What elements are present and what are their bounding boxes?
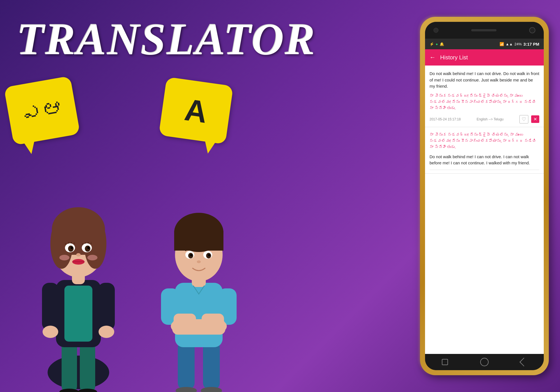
notification-icon: 🔔: [440, 42, 444, 46]
divider: [430, 170, 539, 170]
phone-device: ⚡ ● 🔔 📶 ▲▲ 24% 3:17 PM ← History List: [420, 17, 549, 375]
female-character: [34, 162, 123, 392]
svg-rect-51: [174, 231, 223, 251]
phone-hardware-bar: [425, 22, 544, 39]
signal-icon: ▲▲: [506, 42, 513, 46]
translated-text-2: నా వెనుక నడవద్దు! నేను డ్రైవ్ చేయలేను, న…: [430, 132, 539, 150]
svg-point-21: [71, 247, 73, 249]
history-meta-1: 2017-05-24 15:17:18 English --> Telugu ♡…: [430, 115, 539, 123]
svg-point-47: [210, 320, 227, 332]
male-character: [157, 182, 241, 392]
svg-rect-16: [52, 232, 105, 255]
svg-rect-6: [64, 286, 92, 342]
status-bar: ⚡ ● 🔔 📶 ▲▲ 24% 3:17 PM: [425, 39, 544, 49]
svg-point-10: [99, 326, 114, 338]
home-icon: [480, 358, 489, 366]
svg-rect-7: [42, 283, 59, 330]
svg-point-34: [59, 255, 69, 260]
svg-rect-2: [80, 342, 95, 392]
svg-rect-1: [62, 342, 77, 392]
svg-point-58: [197, 260, 201, 263]
svg-point-19: [68, 246, 74, 252]
delete-button-1[interactable]: ✕: [531, 115, 539, 123]
english-symbol: A: [183, 92, 209, 130]
camera-area: [433, 28, 438, 33]
left-speech-bubble: ఎఆ: [4, 76, 80, 145]
history-actions-1: ♡ ✕: [519, 115, 539, 123]
favorite-button-1[interactable]: ♡: [519, 115, 528, 123]
nav-back[interactable]: [518, 358, 530, 367]
history-date-1: 2017-05-24 15:17:18: [430, 117, 461, 121]
front-camera: [433, 28, 438, 33]
screen-title: History List: [440, 54, 468, 61]
right-speech-bubble: A: [159, 77, 234, 144]
svg-point-46: [171, 320, 188, 332]
speaker: [471, 29, 496, 31]
screen-content: Do not walk behind me! I can not drive. …: [425, 66, 544, 354]
svg-point-57: [208, 254, 210, 256]
characters-area: [28, 140, 246, 392]
whatsapp-icon: ●: [436, 42, 438, 46]
history-card-1: Do not walk behind me! I can not drive. …: [425, 66, 544, 127]
app-title: TRANSLATOR: [17, 17, 316, 62]
back-icon: [520, 358, 528, 366]
status-icons-left: ⚡ ● 🔔: [430, 42, 444, 46]
phone-screen-container: ⚡ ● 🔔 📶 ▲▲ 24% 3:17 PM ← History List: [425, 22, 544, 370]
status-icons-right: 📶 ▲▲ 24% 3:17 PM: [500, 42, 539, 46]
svg-point-35: [87, 255, 97, 260]
nav-recent-apps[interactable]: [438, 358, 451, 367]
svg-point-31: [76, 253, 81, 256]
phone-nav-bar: [425, 354, 544, 370]
battery-level: 24%: [514, 42, 522, 46]
svg-point-9: [43, 326, 58, 338]
wifi-icon: 📶: [500, 42, 504, 46]
app-header: ← History List: [425, 49, 544, 66]
svg-point-56: [190, 254, 192, 256]
back-button[interactable]: ←: [430, 54, 436, 61]
selfie-camera: [529, 27, 535, 33]
status-time: 3:17 PM: [523, 42, 539, 46]
svg-rect-37: [203, 342, 220, 389]
svg-point-22: [87, 247, 90, 249]
history-lang-1: English --> Telugu: [477, 117, 503, 121]
svg-point-38: [176, 387, 197, 392]
translated-text-1: నా వెనుక నడవద్దు! నేను డ్రైవ్ చేయలేను, న…: [430, 93, 539, 112]
original-text-1: Do not walk behind me! I can not drive. …: [430, 71, 539, 90]
phone-outer-shell: ⚡ ● 🔔 📶 ▲▲ 24% 3:17 PM ← History List: [420, 17, 549, 375]
svg-point-20: [85, 246, 90, 252]
svg-rect-8: [98, 283, 115, 330]
nav-home[interactable]: [478, 358, 491, 367]
svg-point-39: [201, 387, 222, 392]
history-card-2: నా వెనుక నడవద్దు! నేను డ్రైవ్ చేయలేను, న…: [425, 127, 544, 174]
usb-icon: ⚡: [430, 42, 434, 46]
telugu-symbol: ఎఆ: [18, 94, 66, 127]
svg-rect-36: [178, 342, 195, 389]
svg-point-0: [48, 356, 109, 389]
original-text-2: Do not walk behind me! I can not drive. …: [430, 154, 539, 166]
app-title-area: TRANSLATOR: [17, 17, 316, 62]
recent-apps-icon: [442, 359, 448, 365]
